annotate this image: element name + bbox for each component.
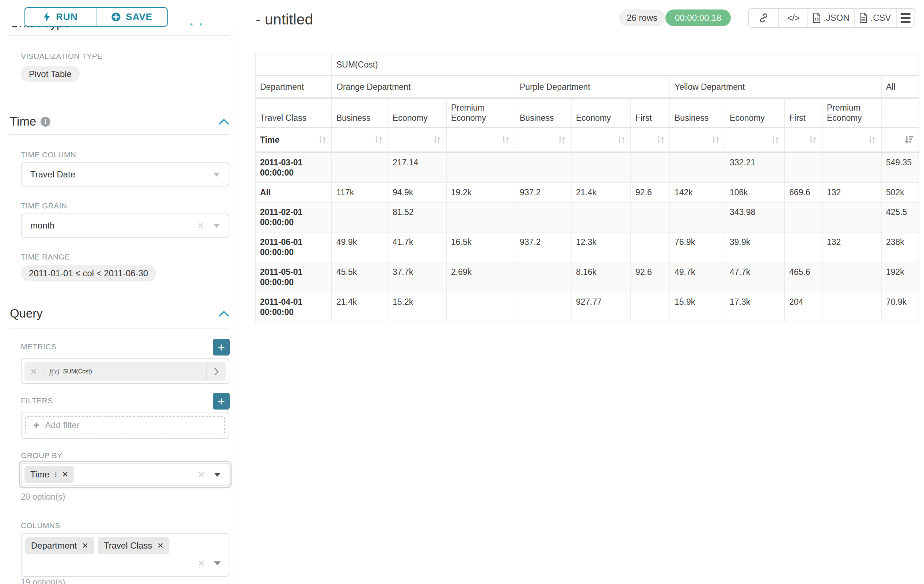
column-sort-header[interactable] bbox=[332, 127, 388, 152]
sort-icon[interactable] bbox=[867, 135, 876, 145]
columns-options-hint: 19 option(s) bbox=[21, 577, 65, 584]
add-metric-button[interactable]: + bbox=[213, 339, 230, 355]
visualization-type-value[interactable]: Pivot Table bbox=[21, 66, 79, 82]
table-row: 2011-02-01 00:00:0081.52343.98425.5 bbox=[255, 202, 919, 232]
sort-descending-icon[interactable] bbox=[904, 135, 914, 145]
value-cell bbox=[784, 152, 822, 183]
chevron-up-icon[interactable] bbox=[218, 118, 229, 125]
selected-option-pill[interactable]: Travel Class✕ bbox=[98, 537, 170, 554]
export-json-button[interactable]: .JSON bbox=[807, 9, 854, 27]
sort-icon[interactable] bbox=[432, 135, 442, 145]
remove-option-icon[interactable]: ✕ bbox=[82, 541, 88, 550]
sort-icon[interactable] bbox=[656, 135, 665, 145]
clear-icon[interactable]: × bbox=[197, 220, 204, 231]
value-cell bbox=[446, 202, 515, 232]
column-sort-header[interactable] bbox=[388, 127, 446, 152]
chart-title[interactable]: - untitled bbox=[256, 11, 313, 28]
chevron-down-icon[interactable] bbox=[213, 173, 220, 177]
value-cell: 465.6 bbox=[784, 262, 822, 292]
chevron-up-icon[interactable] bbox=[218, 310, 229, 317]
column-sort-header[interactable] bbox=[571, 127, 631, 152]
filters-label: FILTERS bbox=[21, 396, 53, 405]
time-range-value[interactable]: 2011-01-01 ≤ col < 2011-06-30 bbox=[21, 265, 156, 281]
sort-icon[interactable] bbox=[318, 135, 327, 145]
row-header-cell: 2011-06-01 00:00:00 bbox=[255, 232, 332, 262]
column-sort-header[interactable] bbox=[784, 127, 822, 152]
value-cell bbox=[670, 202, 725, 232]
time-column-select[interactable]: Travel Date bbox=[21, 163, 229, 186]
sort-icon[interactable] bbox=[711, 135, 720, 145]
column-header: Economy bbox=[725, 98, 784, 127]
sort-icon[interactable] bbox=[501, 135, 510, 145]
remove-option-icon[interactable]: ✕ bbox=[62, 470, 69, 479]
column-sort-header[interactable] bbox=[822, 127, 881, 152]
clear-icon[interactable]: × bbox=[198, 469, 205, 480]
group-by-control[interactable]: Timei✕ × bbox=[19, 461, 231, 489]
value-cell: 94.9k bbox=[388, 183, 446, 202]
column-group-header: All bbox=[881, 76, 919, 98]
add-filter-button[interactable]: + Add filter bbox=[25, 416, 225, 434]
column-sort-header[interactable] bbox=[725, 127, 784, 152]
run-button[interactable]: RUN bbox=[25, 8, 96, 26]
value-cell bbox=[571, 152, 631, 183]
chart-panel: - untitled 26 rows 00:00:00.18 </> .JSON bbox=[238, 0, 924, 584]
value-cell: 192k bbox=[881, 262, 919, 292]
sort-icon[interactable] bbox=[557, 135, 566, 145]
time-range-label: TIME RANGE bbox=[21, 253, 70, 262]
sort-icon[interactable] bbox=[374, 135, 383, 145]
value-cell: 37.7k bbox=[388, 262, 446, 292]
view-query-button[interactable]: </> bbox=[778, 9, 807, 27]
time-sort-header[interactable]: Time bbox=[255, 127, 332, 152]
value-cell: 425.5 bbox=[881, 202, 919, 232]
value-cell bbox=[332, 152, 388, 183]
remove-metric-icon[interactable]: ✕ bbox=[25, 362, 43, 381]
time-grain-label: TIME GRAIN bbox=[21, 201, 67, 210]
run-save-button-group: RUN SAVE bbox=[25, 7, 168, 26]
selected-option-pill[interactable]: Department✕ bbox=[25, 537, 94, 554]
chevron-down-icon[interactable] bbox=[213, 224, 220, 228]
sort-icon[interactable] bbox=[771, 135, 780, 145]
columns-control[interactable]: Department✕Travel Class✕ × bbox=[21, 533, 229, 577]
row-header-cell: 2011-03-01 00:00:00 bbox=[255, 152, 332, 183]
csv-file-icon bbox=[860, 13, 867, 23]
time-grain-select[interactable]: month × bbox=[21, 214, 229, 238]
column-header: Business bbox=[670, 98, 725, 127]
add-filter-plus-button[interactable]: + bbox=[213, 393, 230, 410]
save-button[interactable]: SAVE bbox=[96, 8, 167, 26]
metrics-label: METRICS bbox=[21, 342, 56, 351]
control-panel: Chart Type RUN SAVE VISUALIZATION TYPE P… bbox=[0, 0, 238, 584]
value-cell: 142k bbox=[670, 183, 725, 202]
expand-metric-icon[interactable] bbox=[206, 362, 226, 381]
value-cell bbox=[784, 232, 822, 262]
group-by-options-hint: 20 option(s) bbox=[21, 492, 65, 502]
selected-option-pill[interactable]: Timei✕ bbox=[25, 466, 74, 483]
value-cell bbox=[515, 262, 571, 292]
row-header-cell: 2011-05-01 00:00:00 bbox=[255, 262, 332, 292]
column-sort-header[interactable] bbox=[446, 127, 515, 152]
columns-label: COLUMNS bbox=[21, 521, 60, 530]
time-section-header[interactable]: Time i bbox=[10, 114, 229, 129]
info-icon: i bbox=[54, 470, 57, 479]
more-options-button[interactable] bbox=[896, 9, 914, 27]
clear-icon[interactable]: × bbox=[198, 558, 205, 569]
column-sort-header-active[interactable] bbox=[881, 127, 919, 152]
chevron-down-icon[interactable] bbox=[214, 561, 221, 565]
metric-pill[interactable]: ✕ f(x) SUM(Cost) bbox=[25, 362, 226, 381]
value-cell: 927.77 bbox=[571, 292, 631, 322]
value-cell: 204 bbox=[784, 292, 822, 322]
chevron-down-icon[interactable] bbox=[214, 473, 221, 477]
remove-option-icon[interactable]: ✕ bbox=[157, 541, 163, 550]
value-cell: 117k bbox=[332, 183, 388, 202]
column-sort-header[interactable] bbox=[515, 127, 571, 152]
sort-icon[interactable] bbox=[808, 135, 817, 145]
value-cell: 8.16k bbox=[571, 262, 631, 292]
query-duration-badge: 00:00:00.18 bbox=[665, 10, 731, 26]
column-sort-header[interactable] bbox=[670, 127, 725, 152]
visualization-type-label: VISUALIZATION TYPE bbox=[21, 52, 102, 61]
query-section-header[interactable]: Query bbox=[10, 306, 229, 321]
share-link-button[interactable] bbox=[749, 9, 778, 27]
column-sort-header[interactable] bbox=[631, 127, 670, 152]
sort-icon[interactable] bbox=[617, 135, 626, 145]
export-csv-button[interactable]: .CSV bbox=[854, 9, 896, 27]
value-cell: 21.4k bbox=[332, 292, 388, 322]
